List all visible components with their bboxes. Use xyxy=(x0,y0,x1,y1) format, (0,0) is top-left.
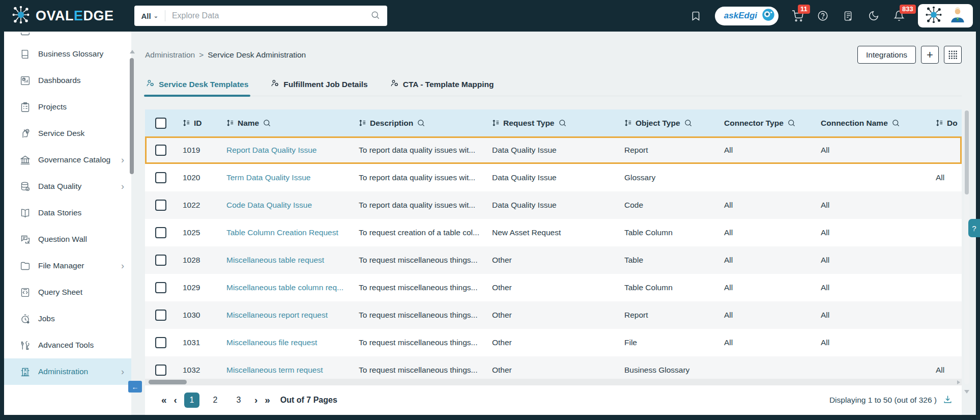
integrations-button[interactable]: Integrations xyxy=(857,46,916,64)
search-icon[interactable] xyxy=(370,10,380,22)
floating-help-button[interactable]: ? xyxy=(968,219,980,237)
sidebar-item-query-sheet[interactable]: Query Sheet xyxy=(4,279,131,305)
cell-name[interactable]: Code Data Quality Issue xyxy=(221,201,354,210)
sidebar-item-governance-catalog[interactable]: Governance Catalog› xyxy=(4,147,131,173)
cell-request_type: Data Quality Issue xyxy=(487,173,619,182)
tab-cta-template-mapping[interactable]: CTA - Template Mapping xyxy=(389,77,495,96)
scroll-right-arrow-icon[interactable] xyxy=(957,380,960,384)
cell-name[interactable]: Report Data Quality Issue xyxy=(221,146,354,155)
row-checkbox-cell xyxy=(145,255,178,266)
vertical-scrollbar-thumb[interactable] xyxy=(965,110,969,194)
cell-name[interactable]: Miscellaneous file request xyxy=(221,338,354,347)
bookmark-icon[interactable] xyxy=(689,9,703,22)
templates-table: IDNameDescriptionRequest TypeObject Type… xyxy=(145,109,962,415)
sidebar-item-projects[interactable]: Projects xyxy=(4,94,131,120)
page-3-button[interactable]: 3 xyxy=(231,393,246,408)
sidebar-collapse-button[interactable]: ← xyxy=(128,381,142,393)
user-avatar[interactable] xyxy=(949,6,966,25)
sidebar-item-dashboards[interactable]: Dashboards xyxy=(4,67,131,94)
cell-name[interactable]: Term Data Quality Issue xyxy=(221,173,354,182)
sidebar-item-label: Data Stories xyxy=(38,208,81,217)
cell-name[interactable]: Miscellaneous term request xyxy=(221,366,354,375)
notifications-badge: 833 xyxy=(900,5,916,14)
row-checkbox[interactable] xyxy=(155,282,166,293)
page-1-button[interactable]: 1 xyxy=(184,393,199,408)
grid-menu-button[interactable] xyxy=(944,46,962,64)
brand-logo[interactable]: OVALEDGE xyxy=(11,5,114,26)
column-search-icon[interactable] xyxy=(558,119,567,127)
row-checkbox-cell xyxy=(145,145,178,156)
row-checkbox[interactable] xyxy=(155,227,166,238)
tab-fulfillment-job-details[interactable]: Fulfillment Job Details xyxy=(270,77,368,96)
search-scope-dropdown[interactable]: All⌄ xyxy=(141,12,158,20)
row-checkbox-cell xyxy=(145,227,178,238)
ovaledge-app-icon[interactable] xyxy=(925,6,943,26)
tab-service-desk-templates[interactable]: Service Desk Templates xyxy=(145,77,249,96)
vertical-scrollbar[interactable] xyxy=(964,109,969,384)
sidebar-item-advanced-tools[interactable]: Advanced Tools xyxy=(4,332,131,358)
breadcrumb-parent[interactable]: Administration xyxy=(145,50,195,60)
row-checkbox[interactable] xyxy=(155,200,166,211)
row-checkbox[interactable] xyxy=(155,145,166,156)
search-input[interactable]: Explore Data xyxy=(172,11,370,20)
sidebar-item-data-quality[interactable]: Data Quality› xyxy=(4,173,131,200)
sidebar-item-question-wall[interactable]: Question Wall xyxy=(4,226,131,253)
horizontal-scrollbar-thumb[interactable] xyxy=(149,380,187,384)
sort-icon[interactable] xyxy=(226,119,234,127)
cell-name[interactable]: Table Column Creation Request xyxy=(221,228,354,237)
cell-request_type: Data Quality Issue xyxy=(487,201,619,210)
sort-icon[interactable] xyxy=(183,119,190,127)
cart-icon[interactable]: 11 xyxy=(791,9,804,22)
help-icon[interactable] xyxy=(816,9,829,22)
sidebar-scrollbar-thumb[interactable] xyxy=(130,58,134,174)
sidebar-item-jobs[interactable]: Jobs xyxy=(4,305,131,332)
header-actions: Integrations + xyxy=(857,46,962,64)
row-checkbox[interactable] xyxy=(155,310,166,321)
next-page-button[interactable]: › xyxy=(254,395,256,406)
column-search-icon[interactable] xyxy=(263,119,271,127)
askedgi-button[interactable]: askEdgi xyxy=(715,7,779,25)
row-checkbox[interactable] xyxy=(155,255,166,266)
previous-page-button[interactable]: ‹ xyxy=(174,395,176,406)
download-icon[interactable] xyxy=(943,395,953,406)
column-search-icon[interactable] xyxy=(891,119,900,127)
cell-name[interactable]: Miscellaneous table column req... xyxy=(221,283,354,292)
first-page-button[interactable]: « xyxy=(161,395,166,406)
scroll-down-arrow-icon[interactable] xyxy=(964,390,969,394)
sort-icon[interactable] xyxy=(492,119,500,127)
dark-mode-moon-icon[interactable] xyxy=(867,9,880,22)
row-checkbox[interactable] xyxy=(155,337,166,348)
column-search-icon[interactable] xyxy=(684,119,693,127)
sort-icon[interactable] xyxy=(624,119,632,127)
select-all-checkbox[interactable] xyxy=(155,118,166,129)
page-2-button[interactable]: 2 xyxy=(208,393,223,408)
sidebar-item-administration[interactable]: Administration› xyxy=(4,358,131,385)
clipboard-icon xyxy=(19,101,31,113)
add-button[interactable]: + xyxy=(921,46,939,64)
sidebar-item-partial[interactable] xyxy=(4,33,131,41)
column-label: Connection Name xyxy=(821,119,888,128)
column-label: Request Type xyxy=(503,119,555,128)
scroll-up-arrow-icon[interactable] xyxy=(130,50,135,53)
column-search-icon[interactable] xyxy=(417,119,425,127)
sidebar-item-data-stories[interactable]: Data Stories xyxy=(4,200,131,226)
cell-connection_name: All xyxy=(816,283,931,292)
sort-icon[interactable] xyxy=(359,119,366,127)
cell-connection_name: All xyxy=(816,311,931,320)
cell-id: 1028 xyxy=(178,256,221,265)
release-notes-icon[interactable] xyxy=(842,9,855,22)
chevron-right-icon: › xyxy=(121,367,124,377)
sidebar-item-service-desk[interactable]: Service Desk xyxy=(4,120,131,147)
notifications-bell-icon[interactable]: 833 xyxy=(892,9,906,22)
cell-name[interactable]: Miscellaneous table request xyxy=(221,256,354,265)
sidebar-item-business-glossary[interactable]: Business Glossary xyxy=(4,41,131,67)
horizontal-scrollbar[interactable] xyxy=(145,379,962,385)
row-checkbox[interactable] xyxy=(155,172,166,183)
sidebar-item-file-manager[interactable]: File Manager› xyxy=(4,253,131,279)
row-checkbox[interactable] xyxy=(155,365,166,376)
last-page-button[interactable]: » xyxy=(265,395,269,406)
column-search-icon[interactable] xyxy=(787,119,796,127)
cell-name[interactable]: Miscellaneous report request xyxy=(221,311,354,320)
cell-connection_name: All xyxy=(816,256,931,265)
sort-icon[interactable] xyxy=(936,119,943,127)
